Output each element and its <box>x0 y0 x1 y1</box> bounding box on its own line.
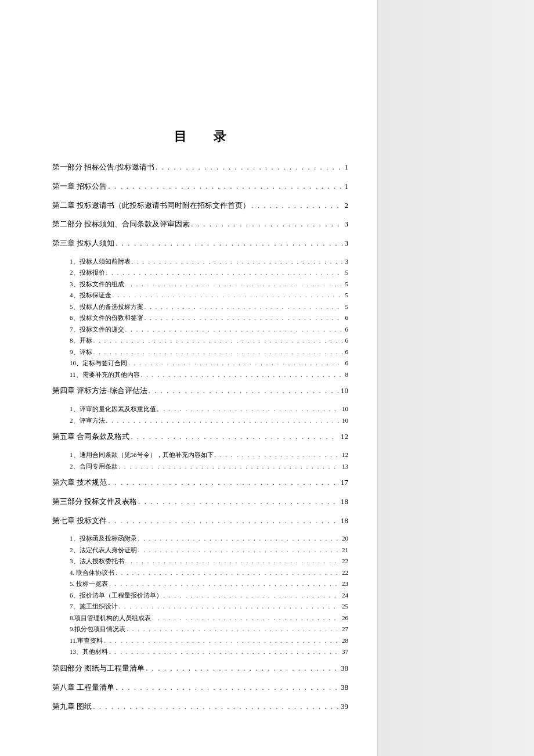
toc-sub-page: 6 <box>344 347 349 357</box>
toc-dots: . . . . . . . . . . . . . . . . . . . . … <box>116 682 338 694</box>
toc-dots: . . . . . . . . . . . . . . . . . . . . … <box>108 477 338 489</box>
toc-label: 第四部分 图纸与工程量清单 <box>52 663 145 675</box>
toc-sub-label: 2、评审方法 <box>70 416 105 426</box>
toc-dots: . . . . . . . . . . . . . . . . . . . . … <box>127 624 340 634</box>
toc-label: 第四章 评标方法-综合评估法 <box>52 385 147 397</box>
toc-dots: . . . . . . . . . . . . . . . . . . . . … <box>125 325 343 334</box>
page-wrapper: 目 录 第一部分 招标公告/投标邀请书. . . . . . . . . . .… <box>0 0 534 756</box>
toc-label: 第九章 图纸 <box>52 701 92 713</box>
toc-dots: . . . . . . . . . . . . . . . . . . . . … <box>131 431 338 443</box>
toc-page: 38 <box>340 682 348 694</box>
toc-entry-main: 第九章 图纸. . . . . . . . . . . . . . . . . … <box>52 701 348 713</box>
toc-page: 2 <box>344 200 349 212</box>
toc-entry-main: 第三部分 投标文件及表格. . . . . . . . . . . . . . … <box>52 496 348 508</box>
toc-sub-page: 22 <box>341 556 348 566</box>
toc-entry-sub: 11、需要补充的其他内容. . . . . . . . . . . . . . … <box>52 370 348 380</box>
toc-sub-label: 1、通用合同条款（见56号令），其他补充内容如下 <box>70 450 214 460</box>
toc-dots: . . . . . . . . . . . . . . . . . . . . … <box>145 313 343 323</box>
toc-label: 第二章 投标邀请书（此投标邀请书同时附在招标文件首页） <box>52 200 250 212</box>
toc-entry-main: 第二章 投标邀请书（此投标邀请书同时附在招标文件首页）. . . . . . .… <box>52 200 348 212</box>
toc-dots: . . . . . . . . . . . . . . . . . . . . … <box>164 591 340 600</box>
toc-sub-label: 8、开标 <box>70 336 92 345</box>
toc-sub-label: 3、法人授权委托书 <box>70 556 124 566</box>
toc-sub-label: 9、评标 <box>70 347 92 357</box>
toc-page: 10 <box>340 385 348 397</box>
toc-dots: . . . . . . . . . . . . . . . . . . . . … <box>141 370 343 380</box>
toc-entry-sub: 9.拟分包项目情况表. . . . . . . . . . . . . . . … <box>52 624 348 634</box>
toc-entry-main: 第六章 技术规范. . . . . . . . . . . . . . . . … <box>52 477 348 489</box>
toc-dots: . . . . . . . . . . . . . . . . . . . . … <box>93 701 338 713</box>
toc-sub-page: 10 <box>341 416 348 426</box>
toc-dots: . . . . . . . . . . . . . . . . . . . . … <box>109 579 340 589</box>
toc-page: 17 <box>340 477 348 489</box>
toc-entry-sub: 10、定标与签订合同. . . . . . . . . . . . . . . … <box>52 358 348 368</box>
toc-sub-page: 22 <box>341 568 348 578</box>
toc-entry-sub: 2、投标报价. . . . . . . . . . . . . . . . . … <box>52 268 348 278</box>
toc-entry-main: 第二部分 投标须知、合同条款及评审因素. . . . . . . . . . .… <box>52 218 348 231</box>
toc-page: 39 <box>340 701 348 713</box>
toc-entry-main: 第五章 合同条款及格式. . . . . . . . . . . . . . .… <box>52 431 348 443</box>
toc-dots: . . . . . . . . . . . . . . . . . . . . … <box>125 279 343 289</box>
toc-entry-sub: 1、通用合同条款（见56号令），其他补充内容如下. . . . . . . . … <box>52 450 348 460</box>
toc-sub-page: 24 <box>341 591 348 600</box>
toc-page: 18 <box>340 515 348 527</box>
toc-sub-page: 6 <box>344 325 349 334</box>
toc-page: 12 <box>340 431 348 443</box>
toc-sub-page: 26 <box>341 613 348 623</box>
toc-entry-sub: 4. 联合体协议书. . . . . . . . . . . . . . . .… <box>52 568 348 578</box>
toc-page: 1 <box>344 161 349 174</box>
sidebar-strip <box>377 0 534 756</box>
toc-page: 1 <box>344 181 349 193</box>
toc-title: 目 录 <box>52 128 348 145</box>
toc-subgroup: 1、投标人须知前附表. . . . . . . . . . . . . . . … <box>52 257 348 380</box>
toc-entry-main: 第四章 评标方法-综合评估法. . . . . . . . . . . . . … <box>52 385 348 397</box>
toc-dots: . . . . . . . . . . . . . . . . . . . . … <box>128 358 343 368</box>
toc-dots: . . . . . . . . . . . . . . . . . . . . … <box>119 602 340 611</box>
toc-entry-main: 第一章 招标公告. . . . . . . . . . . . . . . . … <box>52 181 348 193</box>
toc-page: 18 <box>340 496 348 508</box>
toc-sub-page: 5 <box>344 279 349 289</box>
toc-sub-label: 2、合同专用条款 <box>70 462 118 471</box>
toc-dots: . . . . . . . . . . . . . . . . . . . . … <box>215 450 340 460</box>
toc-entry-sub: 1、评审的量化因素及权重比值。. . . . . . . . . . . . .… <box>52 404 348 414</box>
toc-sub-page: 20 <box>341 534 348 543</box>
document-page: 目 录 第一部分 招标公告/投标邀请书. . . . . . . . . . .… <box>0 0 377 756</box>
toc-sub-label: 2、法定代表人身份证明 <box>70 545 137 555</box>
toc-label: 第八章 工程量清单 <box>52 682 114 694</box>
toc-dots: . . . . . . . . . . . . . . . . . . . . … <box>116 237 342 250</box>
toc-body: 第一部分 招标公告/投标邀请书. . . . . . . . . . . . .… <box>52 161 348 712</box>
toc-sub-page: 10 <box>341 404 348 414</box>
toc-subgroup: 1、通用合同条款（见56号令），其他补充内容如下. . . . . . . . … <box>52 450 348 471</box>
toc-sub-label: 2、投标报价 <box>70 268 105 278</box>
toc-dots: . . . . . . . . . . . . . . . . . . . . … <box>251 200 342 212</box>
toc-dots: . . . . . . . . . . . . . . . . . . . . … <box>138 496 338 508</box>
toc-entry-sub: 2、合同专用条款. . . . . . . . . . . . . . . . … <box>52 462 348 471</box>
toc-entry-main: 第三章 投标人须知. . . . . . . . . . . . . . . .… <box>52 237 348 250</box>
toc-sub-label: 1、投标函及投标函附录 <box>70 534 137 543</box>
toc-entry-sub: 9、评标. . . . . . . . . . . . . . . . . . … <box>52 347 348 357</box>
toc-page: 38 <box>340 663 348 675</box>
toc-entry-main: 第四部分 图纸与工程量清单. . . . . . . . . . . . . .… <box>52 663 348 675</box>
toc-sub-label: 7、投标文件的递交 <box>70 325 124 334</box>
toc-sub-page: 6 <box>344 313 349 323</box>
toc-entry-main: 第一部分 招标公告/投标邀请书. . . . . . . . . . . . .… <box>52 161 348 174</box>
toc-dots: . . . . . . . . . . . . . . . . . . . . … <box>113 290 343 300</box>
toc-entry-sub: 2、法定代表人身份证明. . . . . . . . . . . . . . .… <box>52 545 348 555</box>
toc-subgroup: 1、评审的量化因素及权重比值。. . . . . . . . . . . . .… <box>52 404 348 425</box>
toc-page: 3 <box>344 237 349 250</box>
toc-dots: . . . . . . . . . . . . . . . . . . . . … <box>156 161 342 174</box>
toc-entry-sub: 6、投标文件的份数和签署. . . . . . . . . . . . . . … <box>52 313 348 323</box>
toc-sub-page: 27 <box>341 624 348 634</box>
toc-sub-page: 13 <box>341 462 348 471</box>
toc-sub-label: 11、需要补充的其他内容 <box>70 370 140 380</box>
toc-sub-page: 6 <box>344 358 349 368</box>
toc-dots: . . . . . . . . . . . . . . . . . . . . … <box>93 336 343 345</box>
toc-entry-sub: 13、其他材料. . . . . . . . . . . . . . . . .… <box>52 647 348 657</box>
toc-sub-label: 13、其他材料 <box>70 647 108 657</box>
toc-dots: . . . . . . . . . . . . . . . . . . . . … <box>106 268 343 278</box>
toc-dots: . . . . . . . . . . . . . . . . . . . . … <box>106 416 340 426</box>
toc-sub-label: 6、投标文件的份数和签署 <box>70 313 143 323</box>
toc-entry-sub: 4、投标保证金. . . . . . . . . . . . . . . . .… <box>52 290 348 300</box>
toc-sub-label: 1、投标人须知前附表 <box>70 257 131 267</box>
toc-label: 第六章 技术规范 <box>52 477 107 489</box>
